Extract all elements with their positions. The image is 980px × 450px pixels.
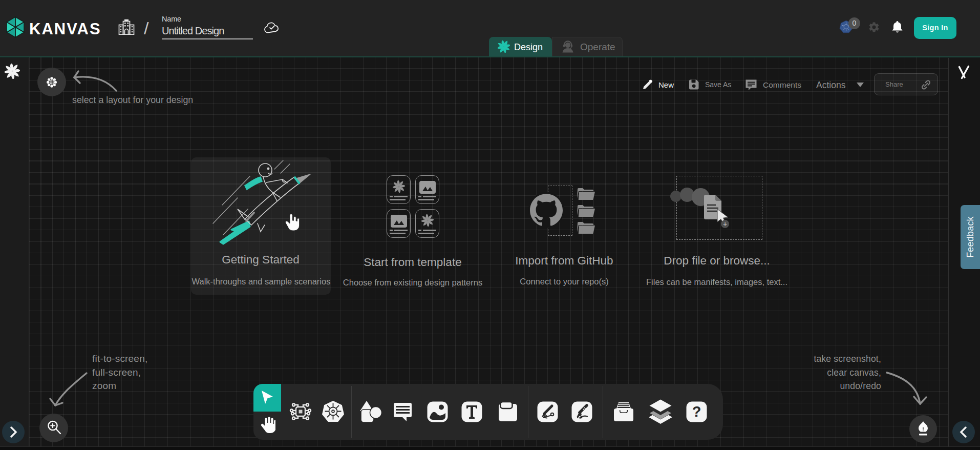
svg-text:?: ? xyxy=(692,403,701,420)
